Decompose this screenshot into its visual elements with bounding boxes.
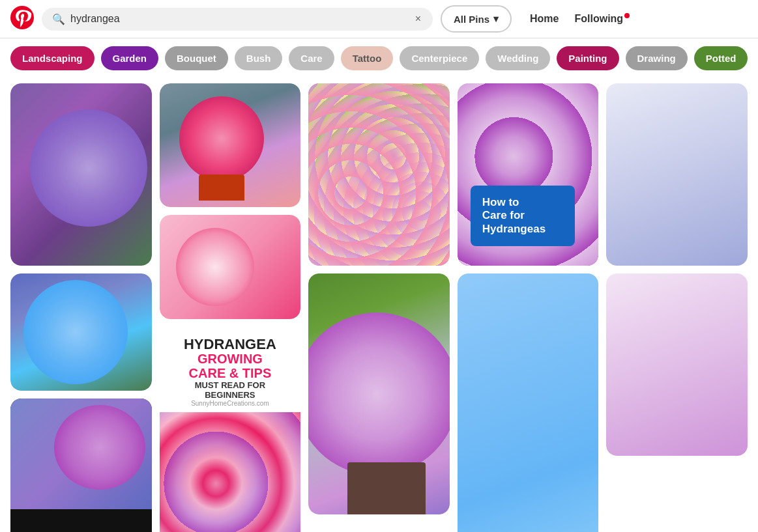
- care-purple-overlay: How to Care for Hydrangeas: [471, 186, 575, 246]
- following-notification-dot: [624, 13, 630, 18]
- pin-card[interactable]: [10, 273, 152, 391]
- pin-card[interactable]: [458, 273, 599, 532]
- pin-image-pink-close: [160, 215, 301, 319]
- pin-image-partial-right2: [606, 83, 748, 266]
- chevron-down-icon: ▾: [493, 13, 499, 25]
- growing-must: MUST READ FOR: [168, 380, 293, 390]
- pin-image-care-purple: How to Care for Hydrangeas: [458, 83, 599, 266]
- filter-chip-bouquet[interactable]: Bouquet: [165, 46, 228, 70]
- pin-card[interactable]: How to Care for Hydrangeas: [458, 83, 599, 266]
- pin-card[interactable]: [160, 215, 301, 319]
- filter-chip-potted[interactable]: Potted: [694, 46, 748, 70]
- pin-card[interactable]: [160, 83, 301, 207]
- clear-button[interactable]: ×: [414, 13, 422, 25]
- search-input[interactable]: hydrangea: [70, 13, 409, 25]
- search-bar: 🔍 hydrangea ×: [42, 8, 433, 31]
- pin-image-potted-pink: [160, 83, 301, 207]
- pin-image-care-guide: Hydrangea Care Guide Growing The Hydrang…: [10, 399, 152, 532]
- pin-card[interactable]: [606, 273, 748, 456]
- filter-chip-landscaping[interactable]: Landscaping: [10, 46, 95, 70]
- filter-chip-painting[interactable]: Painting: [557, 46, 619, 70]
- pin-card[interactable]: [308, 83, 450, 266]
- pin-card[interactable]: HYDRANGEA GROWINGCARE & TIPS MUST READ F…: [160, 327, 301, 532]
- nav-home[interactable]: Home: [530, 13, 559, 25]
- growing-site: SunnyHomeCreations.com: [168, 400, 293, 407]
- nav-links: Home Following: [530, 13, 630, 25]
- pin-card[interactable]: [10, 83, 152, 266]
- pin-image-partial-right3: [606, 273, 748, 456]
- search-icon: 🔍: [52, 13, 65, 25]
- pin-image-partial-right: [458, 273, 599, 532]
- pin-image-field-colorful: [308, 83, 450, 266]
- growing-subtitle: GROWINGCARE & TIPS: [168, 352, 293, 380]
- pinterest-logo[interactable]: [10, 6, 34, 32]
- header: 🔍 hydrangea × All Pins ▾ Home Following: [0, 0, 758, 38]
- filter-bar: Landscaping Garden Bouquet Bush Care Tat…: [0, 38, 758, 78]
- pin-image-blue-hydrangea: [10, 273, 152, 391]
- filter-chip-care[interactable]: Care: [289, 46, 334, 70]
- all-pins-button[interactable]: All Pins ▾: [441, 5, 512, 33]
- filter-chip-drawing[interactable]: Drawing: [626, 46, 688, 70]
- pin-grid: Hydrangea Care Guide Growing The Hydrang…: [0, 78, 758, 532]
- pin-image-garden-bush: [308, 273, 450, 514]
- care-overlay-text: How to Care for Hydrangeas: [482, 196, 563, 236]
- pin-card[interactable]: [606, 83, 748, 266]
- filter-chip-wedding[interactable]: Wedding: [486, 46, 550, 70]
- filter-chip-bush[interactable]: Bush: [235, 46, 283, 70]
- all-pins-label: All Pins: [454, 14, 489, 25]
- growing-beginners: BEGINNERS: [168, 390, 293, 400]
- pin-card[interactable]: [308, 273, 450, 514]
- filter-chip-garden[interactable]: Garden: [101, 46, 159, 70]
- nav-following[interactable]: Following: [574, 13, 630, 25]
- filter-chip-tattoo[interactable]: Tattoo: [341, 46, 394, 70]
- pin-image-growing-tips: HYDRANGEA GROWINGCARE & TIPS MUST READ F…: [160, 327, 301, 532]
- filter-chip-centerpiece[interactable]: Centerpiece: [400, 46, 479, 70]
- pin-image-purple-close: [10, 83, 152, 266]
- growing-tips-bottom-image: [160, 412, 301, 532]
- pin-card[interactable]: Hydrangea Care Guide Growing The Hydrang…: [10, 399, 152, 532]
- growing-title: HYDRANGEA: [168, 337, 293, 352]
